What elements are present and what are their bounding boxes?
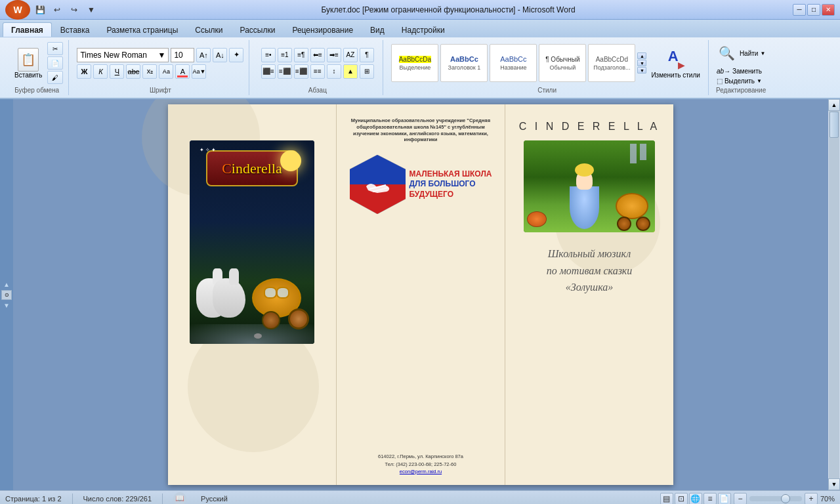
bullets-btn[interactable]: ≡• [261, 48, 276, 62]
vertical-scrollbar: ▲ ▼ [828, 99, 840, 490]
strikethrough-button[interactable]: abc [126, 64, 140, 79]
document-canvas: ✦ ✧ ✦ Cinderella [13, 99, 828, 490]
logo-block: МАЛЕНЬКАЯ ШКОЛА ДЛЯ БОЛЬШОГО БУДУЩЕГО [350, 155, 492, 214]
font-size-down-btn[interactable]: A↓ [213, 48, 227, 62]
tab-references[interactable]: Ссылки [186, 22, 231, 37]
browse-object-btn[interactable]: ⊙ [1, 290, 12, 300]
find-label[interactable]: Найти [740, 50, 759, 57]
close-btn[interactable]: ✕ [822, 4, 835, 16]
font-name-dropdown-icon[interactable]: ▼ [158, 51, 166, 60]
ribbon-content: 📋 Вставить ✂ 📄 🖌 Буфер обмена [0, 37, 840, 98]
bold-button[interactable]: Ж [77, 64, 91, 79]
maximize-btn[interactable]: □ [807, 4, 820, 16]
show-marks-btn[interactable]: ¶ [360, 48, 374, 62]
multilevel-btn[interactable]: ≡¶ [294, 48, 308, 62]
justify-btn[interactable]: ≡≡ [310, 64, 325, 79]
paste-icon: 📋 [18, 48, 39, 72]
draft-view-btn[interactable]: 📄 [718, 493, 731, 505]
scroll-down-btn[interactable]: ▼ [828, 478, 840, 490]
font-label: Шрифт [72, 87, 249, 94]
change-styles-button[interactable]: A ▶ Изменить стили [648, 47, 702, 80]
tab-insert[interactable]: Вставка [52, 22, 98, 37]
status-sep-2 [162, 494, 163, 504]
styles-scroll-down[interactable]: ▼ [637, 60, 646, 66]
sort-btn[interactable]: AZ [343, 48, 358, 62]
right-panel: C I N D E R E L L A [505, 104, 673, 485]
workspace: ▲ ⊙ ▼ ✦ ✧ ✦ [0, 99, 840, 490]
tab-home[interactable]: Главная [3, 22, 52, 37]
zoom-out-btn[interactable]: − [734, 493, 747, 505]
castle [627, 144, 650, 177]
paste-button[interactable]: 📋 Вставить [10, 47, 46, 80]
underline-button[interactable]: Ч [110, 64, 124, 79]
save-quick-btn[interactable]: 💾 [33, 3, 47, 17]
align-right-btn[interactable]: ≡⬛ [294, 64, 308, 79]
language-btn[interactable]: Русский [197, 495, 232, 503]
castle-tower-2 [640, 144, 646, 160]
ribbon-tab-bar: Главная Вставка Разметка страницы Ссылки… [0, 20, 840, 37]
style-heading1-label: Заголовок 1 [448, 64, 480, 71]
cut-button[interactable]: ✂ [47, 42, 63, 55]
nav-up-arrow[interactable]: ▲ [3, 281, 10, 288]
redo-quick-btn[interactable]: ↪ [67, 3, 81, 17]
numbering-btn[interactable]: ≡1 [278, 48, 292, 62]
minimize-btn[interactable]: ─ [793, 4, 806, 16]
style-subtitle[interactable]: AaBbCcDd Подзаголов... [588, 44, 635, 82]
normal-view-btn[interactable]: ▤ [660, 493, 673, 505]
subscript-button[interactable]: x₂ [142, 64, 157, 79]
font-size-selector[interactable]: 10 [171, 48, 194, 62]
clipboard-label: Буфер обмена [5, 87, 68, 94]
font-name-selector[interactable]: Times New Roman ▼ [77, 48, 169, 62]
fullscreen-btn[interactable]: ⊡ [675, 493, 688, 505]
style-normal[interactable]: ¶ Обычный Обычный [539, 44, 586, 82]
italic-button[interactable]: К [93, 64, 108, 79]
decrease-indent-btn[interactable]: ⬅≡ [310, 48, 325, 62]
line-spacing-btn[interactable]: ↕ [327, 64, 341, 79]
mouse [254, 333, 262, 339]
web-view-btn[interactable]: 🌐 [689, 493, 702, 505]
tab-addins[interactable]: Надстройки [393, 22, 453, 37]
office-button[interactable]: W [5, 0, 30, 20]
scroll-thumb[interactable] [830, 112, 839, 138]
font-size-up-btn[interactable]: A↑ [196, 48, 211, 62]
text-color-btn[interactable]: А [175, 64, 190, 79]
tab-mailings[interactable]: Рассылки [232, 22, 284, 37]
more-quick-btn[interactable]: ▼ [84, 3, 98, 17]
find-icon: 🔍 [717, 41, 738, 65]
tab-review[interactable]: Рецензирование [284, 22, 362, 37]
copy-button[interactable]: 📄 [47, 56, 63, 70]
highlight-btn[interactable]: Аа▼ [192, 64, 206, 79]
undo-quick-btn[interactable]: ↩ [50, 3, 64, 17]
spell-check-icon[interactable]: 📖 [173, 492, 186, 505]
contact-phone: Тел: (342) 223-00-68; 225-72-60 [345, 461, 497, 468]
title-bar: W 💾 ↩ ↪ ▼ Буклет.doc [Режим ограниченной… [0, 0, 840, 20]
nav-down-arrow[interactable]: ▼ [3, 302, 10, 309]
zoom-slider-thumb[interactable] [781, 494, 790, 503]
shading-btn[interactable]: ▲ [343, 64, 358, 79]
style-heading1[interactable]: AaBbCc Заголовок 1 [440, 44, 488, 82]
style-title[interactable]: AaBbCc Название [490, 44, 537, 82]
tab-layout[interactable]: Разметка страницы [98, 22, 186, 37]
align-center-btn[interactable]: ≡⬛ [278, 64, 292, 79]
format-painter-button[interactable]: 🖌 [47, 71, 63, 84]
tab-view[interactable]: Вид [362, 22, 393, 37]
select-label[interactable]: Выделить [724, 77, 755, 85]
align-left-btn[interactable]: ⬛≡ [261, 64, 276, 79]
clear-format-btn[interactable]: ✦ [229, 48, 243, 62]
outline-view-btn[interactable]: ≡ [704, 493, 717, 505]
zoom-in-btn[interactable]: + [805, 493, 818, 505]
style-normal-label: Обычный [550, 64, 576, 71]
increase-indent-btn[interactable]: ➡≡ [327, 48, 341, 62]
tagline-line2: ДЛЯ БОЛЬШОГО [410, 179, 492, 190]
scroll-up-btn[interactable]: ▲ [828, 99, 840, 111]
zoom-slider[interactable] [749, 496, 802, 501]
select-icon: ⬚ [717, 77, 723, 85]
musical-text: Школьный мюзикл по мотивам сказки «Золуш… [547, 245, 633, 296]
borders-btn[interactable]: ⊞ [360, 64, 374, 79]
styles-scroll-more[interactable]: ▼ [637, 67, 646, 74]
carriage-window [264, 287, 277, 299]
styles-scroll-up[interactable]: ▲ [637, 52, 646, 59]
style-highlight[interactable]: AaBbCcDa Выделение [391, 44, 438, 82]
replace-label[interactable]: Заменить [732, 68, 762, 75]
superscript-button[interactable]: Аа [159, 64, 173, 79]
